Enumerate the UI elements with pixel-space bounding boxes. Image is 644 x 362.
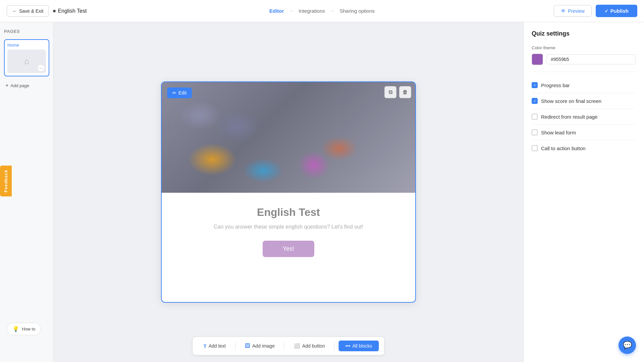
how-to-button[interactable]: 💡 How to xyxy=(7,323,41,335)
redirect-label: Redirect from result page xyxy=(541,114,597,120)
delete-icon: 🗑 xyxy=(402,89,408,95)
canvas-area: ✏ Edit ⧉ 🗑 English Test Can you answer t… xyxy=(54,22,523,362)
copy-icon: ⧉ xyxy=(389,89,392,95)
header-left: Save & Exit English Test xyxy=(7,5,87,17)
publish-label: Publish xyxy=(610,8,629,14)
toolbar-divider-2 xyxy=(284,341,284,351)
bulb-icon: 💡 xyxy=(12,326,19,332)
toolbar-divider-1 xyxy=(235,341,235,351)
redirect-row: Redirect from result page xyxy=(532,109,636,125)
edit-label: Edit xyxy=(178,90,186,96)
quiz-card[interactable]: ✏ Edit ⧉ 🗑 English Test Can you answer t… xyxy=(161,81,416,303)
progress-bar-checkbox[interactable]: ✓ xyxy=(532,82,538,88)
redirect-checkbox[interactable] xyxy=(532,114,538,120)
feedback-tab-wrapper: Feedback xyxy=(0,166,12,196)
color-hex-input[interactable] xyxy=(546,54,636,64)
doc-title-text: English Test xyxy=(58,8,87,14)
publish-button[interactable]: Publish xyxy=(596,5,637,17)
page-card-more-button[interactable]: ··· xyxy=(37,64,45,72)
page-card-label: Home xyxy=(7,43,46,48)
lead-form-row: Show lead form xyxy=(532,125,636,140)
quiz-title: English Test xyxy=(182,206,395,219)
quiz-start-button[interactable]: Yes! xyxy=(263,241,314,257)
button-icon: ⬜ xyxy=(294,343,300,349)
copy-button[interactable]: ⧉ xyxy=(384,86,396,98)
doc-status-dot xyxy=(53,10,56,12)
add-button-button[interactable]: ⬜ Add button xyxy=(288,340,330,352)
save-exit-button[interactable]: Save & Exit xyxy=(7,5,49,17)
home-thumb-icon: ⌂ xyxy=(24,57,29,66)
nav-integrations[interactable]: Integrations xyxy=(296,7,327,15)
toolbar-divider-3 xyxy=(334,341,335,351)
quiz-edit-button[interactable]: ✏ Edit xyxy=(167,87,192,98)
color-theme-label: Color theme xyxy=(532,45,636,50)
main-layout: Pages Home ⌂ ··· + Add page 💡 How to ✏ E… xyxy=(0,22,644,362)
color-theme-row xyxy=(532,54,636,65)
header-nav: Editor → Integrations → Sharing options xyxy=(267,7,377,15)
panel-title: Quiz settings xyxy=(532,30,636,37)
show-score-label: Show score on final screen xyxy=(541,98,601,104)
pencil-icon: ✏ xyxy=(172,90,176,96)
progress-bar-row: ✓ Progress bar xyxy=(532,77,636,93)
all-blocks-label: All blocks xyxy=(352,343,372,349)
eye-icon: 👁 xyxy=(561,8,566,14)
document-title: English Test xyxy=(53,8,87,14)
sidebar-title: Pages xyxy=(4,29,49,34)
delete-button[interactable]: 🗑 xyxy=(399,86,411,98)
cta-button-label: Call to action button xyxy=(541,145,586,151)
feedback-tab[interactable]: Feedback xyxy=(0,166,12,196)
add-page-label: Add page xyxy=(10,83,29,88)
checkboxes-section: ✓ Progress bar ✓ Show score on final scr… xyxy=(532,77,636,156)
quiz-start-label: Yes! xyxy=(283,245,294,252)
lead-form-label: Show lead form xyxy=(541,130,576,135)
page-card-thumbnail: ⌂ ··· xyxy=(7,50,46,73)
chat-icon: 💬 xyxy=(623,341,632,350)
how-to-label: How to xyxy=(22,326,35,331)
save-exit-label: Save & Exit xyxy=(19,8,43,14)
image-icon: 🖼 xyxy=(245,343,250,349)
add-button-label: Add button xyxy=(302,343,325,349)
add-text-button[interactable]: T Add text xyxy=(198,341,231,352)
dots-icon: ••• xyxy=(345,343,351,349)
right-panel: Quiz settings Color theme ✓ Progress bar… xyxy=(523,22,644,362)
quiz-card-image: ✏ Edit ⧉ 🗑 xyxy=(162,82,415,193)
preview-label: Preview xyxy=(568,8,585,14)
color-theme-section: Color theme xyxy=(532,45,636,65)
add-page-plus-icon: + xyxy=(5,82,8,88)
nav-sharing[interactable]: Sharing options xyxy=(337,7,377,15)
header-right: 👁 Preview Publish xyxy=(554,5,637,17)
nav-arrow-2: → xyxy=(330,9,334,13)
blocks-background xyxy=(162,82,415,193)
nav-arrow-1: → xyxy=(289,9,293,13)
color-swatch[interactable] xyxy=(532,54,543,65)
page-card-home[interactable]: Home ⌂ ··· xyxy=(4,39,49,76)
cta-button-row: Call to action button xyxy=(532,140,636,156)
all-blocks-button[interactable]: ••• All blocks xyxy=(339,341,379,351)
header: Save & Exit English Test Editor → Integr… xyxy=(0,0,644,22)
add-page-button[interactable]: + Add page xyxy=(4,80,49,90)
bottom-toolbar: T Add text 🖼 Add image ⬜ Add button ••• … xyxy=(192,337,384,355)
quiz-card-content: English Test Can you answer these simple… xyxy=(162,193,415,270)
quiz-subtitle: Can you answer these simple english ques… xyxy=(182,224,395,230)
add-image-label: Add image xyxy=(252,343,275,349)
text-icon: T xyxy=(203,343,206,349)
add-text-label: Add text xyxy=(209,343,226,349)
preview-button[interactable]: 👁 Preview xyxy=(554,5,592,17)
add-image-button[interactable]: 🖼 Add image xyxy=(239,340,280,352)
progress-bar-label: Progress bar xyxy=(541,82,570,88)
panel-divider xyxy=(532,72,636,72)
show-score-checkbox[interactable]: ✓ xyxy=(532,98,538,104)
quiz-card-actions: ⧉ 🗑 xyxy=(384,86,411,98)
show-score-row: ✓ Show score on final screen xyxy=(532,93,636,109)
lead-form-checkbox[interactable] xyxy=(532,129,538,135)
cta-button-checkbox[interactable] xyxy=(532,145,538,151)
chat-fab-button[interactable]: 💬 xyxy=(619,337,636,354)
nav-editor[interactable]: Editor xyxy=(267,7,286,15)
